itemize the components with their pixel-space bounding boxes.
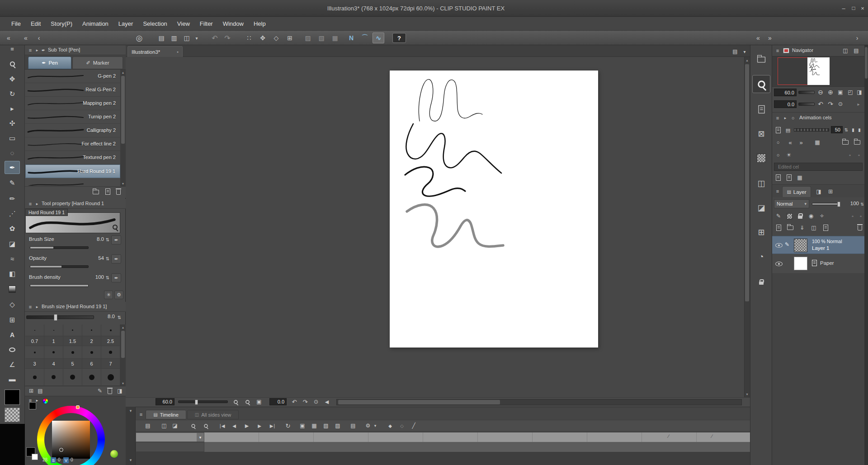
preset-cell[interactable] xyxy=(44,369,63,386)
brush-size-slider[interactable] xyxy=(30,246,89,249)
straight-line-tool-icon[interactable]: N xyxy=(345,33,357,43)
navigator-fit-icon[interactable]: ▣ xyxy=(835,88,845,97)
preset-value[interactable]: 5 xyxy=(63,359,82,369)
cel-bar-icon[interactable]: ▮ xyxy=(850,126,856,133)
cel-exposure-track[interactable] xyxy=(794,128,829,132)
navigator-rotate-ccw-icon[interactable]: ↶ xyxy=(816,99,826,108)
undo-button[interactable]: ↶ xyxy=(209,33,221,43)
tween-icon[interactable]: ╱ xyxy=(409,421,419,430)
preset-cell[interactable] xyxy=(25,346,44,359)
navigator-image-icon[interactable]: ◫ xyxy=(841,47,850,55)
draft-layer-icon[interactable]: ✧ xyxy=(817,211,826,221)
next-cels-icon[interactable]: » xyxy=(797,138,806,146)
mini-color-swatch[interactable] xyxy=(29,402,36,409)
show-cels-icon[interactable]: ◪ xyxy=(170,421,180,430)
timeline-track-header[interactable] xyxy=(136,442,204,452)
menu-story[interactable]: Story(P) xyxy=(46,20,77,27)
magnifier-palette-button[interactable] xyxy=(752,75,770,93)
timeline-zoom-out-icon[interactable] xyxy=(188,422,198,430)
snap-special-ruler-icon[interactable]: ▧ xyxy=(316,33,327,43)
onion-skin-icon[interactable]: ▣ xyxy=(297,421,307,430)
menu-help[interactable]: Help xyxy=(249,20,271,27)
canvas-rotation-value[interactable]: 0.0 xyxy=(269,398,287,405)
brush-item[interactable]: Real G-Pen 2 xyxy=(25,83,120,97)
cel-bar2-icon[interactable]: ▮ xyxy=(856,126,863,133)
decoration-tool[interactable]: ✿ xyxy=(5,222,20,235)
tool-panel-menu-icon[interactable]: ≡ xyxy=(5,42,20,56)
transform-icon[interactable]: ∷ xyxy=(243,33,255,43)
density-slider[interactable] xyxy=(30,284,89,287)
scroll-down-icon[interactable]: ▾ xyxy=(120,181,126,186)
prop-value[interactable]: 100 xyxy=(89,274,104,280)
clip-studio-logo-icon[interactable]: ◎ xyxy=(133,33,146,43)
navigator-thumbnail[interactable] xyxy=(807,57,830,85)
layer-opacity-slider[interactable] xyxy=(812,203,840,205)
draw-on-layer-icon[interactable]: ✎ xyxy=(774,211,783,221)
brush-item[interactable]: Textured pen 2 xyxy=(25,151,120,164)
canvas-hscroll-thumb[interactable] xyxy=(338,400,500,404)
layer-opacity-value[interactable]: 100 xyxy=(843,201,859,206)
specify-cel-icon[interactable]: ▧ xyxy=(321,421,331,430)
brush-tool[interactable]: ✏ xyxy=(5,192,20,205)
preset-value[interactable]: 4 xyxy=(44,359,63,369)
panel-collapse-right-icon[interactable]: « xyxy=(753,33,763,43)
brush-size-spinner-icon[interactable]: ⇅ xyxy=(117,314,122,321)
material-page-button[interactable] xyxy=(752,100,770,118)
scroll-right-icon[interactable]: › xyxy=(853,33,862,43)
preset-cell[interactable] xyxy=(25,369,44,386)
tab-list-icon[interactable]: ▤ xyxy=(731,47,740,56)
preset-edit-icon[interactable]: ✎ xyxy=(96,387,104,395)
approx-color-sphere-icon[interactable] xyxy=(110,450,118,458)
option-chip-icon[interactable]: ▫ xyxy=(846,151,854,159)
delete-cel-icon[interactable]: ▨ xyxy=(333,421,343,430)
save-dropdown-icon[interactable]: ▾ xyxy=(193,33,200,43)
history-palette-button[interactable]: ◔ xyxy=(752,248,770,266)
navigator-zoom-value[interactable]: 60.0 xyxy=(774,89,797,96)
preset-cell[interactable] xyxy=(44,324,63,336)
tab-all-sides-view[interactable]: ◫ All sides view xyxy=(187,410,239,419)
hand-tool[interactable]: ✥ xyxy=(5,72,20,85)
grid-palette-button[interactable]: ⊞ xyxy=(752,223,770,241)
balloon-tool[interactable] xyxy=(5,343,20,356)
pressure-settings-button[interactable]: ✒ xyxy=(111,235,121,244)
add-keyframe-icon[interactable]: ◆ xyxy=(385,421,395,430)
preset-cell[interactable] xyxy=(63,346,82,359)
zoom-in-button[interactable] xyxy=(242,398,252,406)
prop-value[interactable]: 54 xyxy=(89,255,104,261)
brush-size-menu-icon[interactable]: ≡ xyxy=(27,303,34,311)
layer-visibility-toggle[interactable] xyxy=(775,261,783,267)
secondary-color-chip[interactable] xyxy=(32,454,38,460)
scroll-left-icon[interactable]: ‹ xyxy=(34,33,43,43)
brush-size-main-slider[interactable] xyxy=(26,315,94,319)
cel-list-icon[interactable]: ▦ xyxy=(796,174,804,182)
close-button[interactable]: × xyxy=(859,4,867,12)
layer-thumbnail[interactable] xyxy=(794,239,807,252)
batch-specify-icon[interactable]: ▤ xyxy=(348,421,358,430)
preset-corner-icon[interactable]: ◨ xyxy=(116,387,124,395)
new-cel-icon[interactable]: ▦ xyxy=(309,421,319,430)
canvas[interactable] xyxy=(390,70,598,348)
opacity-spinner-icon[interactable]: ⇅ xyxy=(860,201,864,208)
preview-zoom-icon[interactable] xyxy=(110,222,119,231)
preset-scroll-thumb[interactable] xyxy=(121,331,125,358)
navigator-rotation-slider[interactable] xyxy=(798,103,815,106)
brush-item[interactable]: Calligraphy 2 xyxy=(25,124,120,137)
create-mask-button[interactable] xyxy=(821,223,830,232)
timeline-expand-icon[interactable]: ▾ xyxy=(127,457,134,463)
brush-item-partial[interactable] xyxy=(25,178,120,186)
navigator-zoom-out-icon[interactable]: ⊖ xyxy=(816,88,826,97)
curve-line-tool-icon[interactable]: ⌒ xyxy=(359,33,371,43)
prev-cels-icon[interactable]: « xyxy=(786,138,795,146)
ruler-chip-icon[interactable]: ▫ xyxy=(849,211,856,221)
menu-edit[interactable]: Edit xyxy=(26,20,46,27)
snap-ruler-icon[interactable]: ▨ xyxy=(302,33,314,43)
menu-selection[interactable]: Selection xyxy=(138,20,172,27)
preset-value[interactable]: 1 xyxy=(44,336,63,346)
pencil-tool[interactable]: ✎ xyxy=(5,176,20,189)
timeline-track-row[interactable] xyxy=(204,442,750,452)
cel-page-icon[interactable] xyxy=(774,126,782,134)
transparency-palette-button[interactable] xyxy=(752,149,770,167)
lock-layer-icon[interactable] xyxy=(796,211,805,221)
preset-cell[interactable] xyxy=(63,324,82,336)
register-cel-icon[interactable] xyxy=(774,174,782,182)
